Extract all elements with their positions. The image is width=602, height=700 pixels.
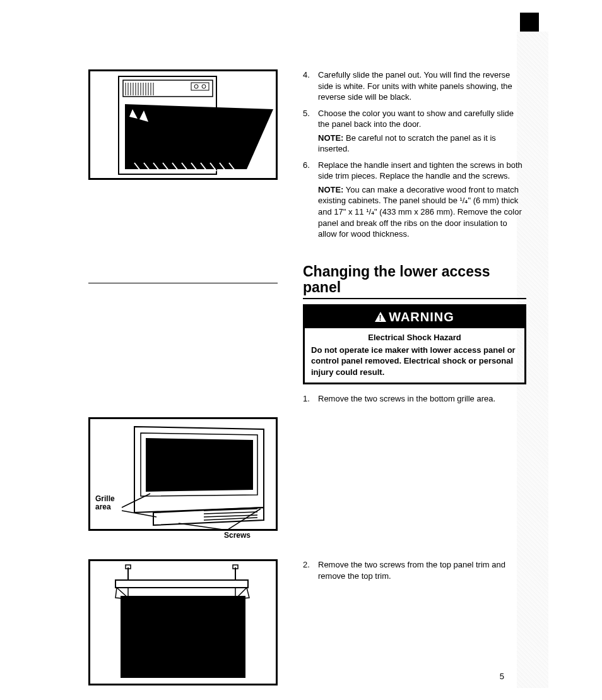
step-num: 4. — [303, 69, 312, 103]
fig2-row: Grille area Screws — [88, 417, 526, 531]
label-grille-2: area — [95, 502, 111, 511]
warning-header: ! WARNING — [305, 306, 524, 328]
fig3-step-column: 2. Remove the two screws from the top pa… — [303, 559, 526, 685]
lower-steps-list-1: 1. Remove the two screws in the bottom g… — [303, 393, 526, 405]
svg-rect-43 — [115, 580, 248, 588]
top-steps-column: 4. Carefully slide the panel out. You wi… — [303, 69, 526, 245]
figure-1-column — [88, 19, 278, 245]
lower-step-1: 1. Remove the two screws in the bottom g… — [303, 393, 526, 405]
svg-line-41 — [179, 523, 223, 529]
svg-line-36 — [204, 512, 257, 514]
section-header-row: Changing the lower access panel ! WARNIN… — [88, 264, 526, 410]
page-marker-square — [520, 13, 539, 32]
step-body: Remove the two screws from the top panel… — [318, 559, 526, 581]
figure-grille-screws: Grille area Screws — [88, 417, 278, 531]
step-num: 1. — [303, 393, 312, 405]
note-label: NOTE: — [318, 133, 343, 143]
figure-label-screws: Screws — [224, 530, 251, 540]
step-text: Replace the handle insert and tighten th… — [318, 160, 522, 181]
figure-label-grille: Grille area — [95, 495, 115, 511]
svg-marker-17 — [125, 104, 273, 169]
step-body: Carefully slide the panel out. You will … — [318, 69, 526, 103]
svg-rect-48 — [121, 596, 245, 678]
fig2-right-empty — [303, 417, 526, 531]
divider-column — [88, 264, 278, 410]
note-text: You can make a decorative wood front to … — [318, 185, 522, 239]
fig3-row: 2. Remove the two screws from the top pa… — [88, 543, 526, 685]
note-label: NOTE: — [318, 185, 343, 194]
figure-panel-slide — [88, 69, 278, 180]
svg-point-3 — [194, 85, 198, 88]
step-body: Choose the color you want to show and ca… — [318, 108, 526, 155]
svg-line-38 — [204, 518, 257, 520]
step-num: 5. — [303, 108, 312, 155]
warning-triangle-icon: ! — [375, 312, 386, 322]
step-body: Remove the two screws in the bottom gril… — [318, 393, 526, 405]
svg-text:!: ! — [379, 314, 382, 322]
top-steps-list: 4. Carefully slide the panel out. You wi… — [303, 69, 526, 240]
step-6: 6. Replace the handle insert and tighten… — [303, 160, 526, 240]
step-text: Choose the color you want to show and ca… — [318, 109, 514, 129]
warning-box: ! WARNING Electrical Shock Hazard Do not… — [303, 304, 526, 384]
lower-step-2: 2. Remove the two screws from the top pa… — [303, 559, 526, 581]
figure-top-trim — [88, 559, 278, 685]
warning-header-text: WARNING — [389, 310, 454, 324]
svg-rect-2 — [191, 83, 209, 90]
warning-body: Electrical Shock Hazard Do not operate i… — [305, 328, 524, 383]
step-num: 2. — [303, 559, 312, 581]
step-num: 6. — [303, 160, 312, 240]
note-text: Be careful not to scratch the panel as i… — [318, 133, 496, 154]
svg-line-39 — [122, 494, 150, 507]
step-note: NOTE: You can make a decorative wood fro… — [318, 184, 526, 240]
figure-2-column: Grille area Screws — [88, 417, 278, 531]
figure-3-column — [88, 543, 278, 685]
top-row: 4. Carefully slide the panel out. You wi… — [88, 19, 526, 245]
section-title: Changing the lower access panel — [303, 264, 526, 300]
svg-point-4 — [202, 85, 206, 88]
svg-marker-33 — [146, 438, 253, 492]
section-divider — [88, 283, 278, 283]
scan-noise-edge — [517, 32, 548, 688]
step-5: 5. Choose the color you want to show and… — [303, 108, 526, 155]
lower-steps-list-2: 2. Remove the two screws from the top pa… — [303, 559, 526, 581]
page-number: 5 — [500, 671, 504, 682]
label-grille-1: Grille — [95, 494, 115, 503]
step-4: 4. Carefully slide the panel out. You wi… — [303, 69, 526, 103]
warning-subtitle: Electrical Shock Hazard — [311, 332, 518, 343]
warning-text: Do not operate ice maker with lower acce… — [311, 345, 516, 377]
step-body: Replace the handle insert and tighten th… — [318, 160, 526, 240]
section-title-column: Changing the lower access panel ! WARNIN… — [303, 264, 526, 410]
step-note: NOTE: Be careful not to scratch the pane… — [318, 133, 526, 155]
